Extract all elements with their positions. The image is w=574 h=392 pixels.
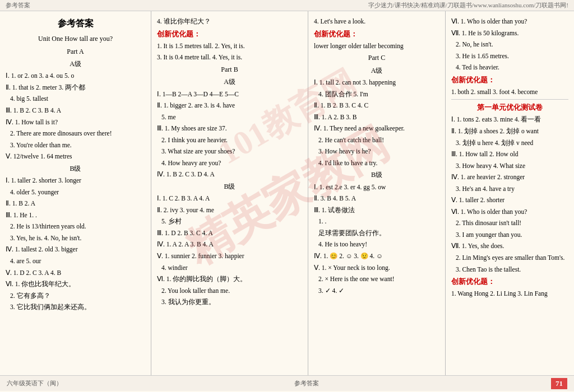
- levelA-title: A级: [6, 58, 145, 69]
- right-III: Ⅲ. 1. How tall 2. How old: [451, 149, 568, 160]
- mid-III-A4: 4. How heavy are you?: [157, 158, 302, 169]
- II-answer: Ⅱ. 1. that is 2. meter 3. 两个都: [6, 82, 145, 94]
- rmid-IV3: 3. How heavy is he?: [314, 146, 439, 157]
- right-creative-title: 创新优化题：: [451, 74, 568, 86]
- rmid-IV-B: Ⅳ. 1. 😊 2. ☺ 3. 😟 4. ☺: [314, 251, 439, 262]
- rmid-V-B: Ⅴ. 1. × Your neck is too long.: [314, 263, 439, 274]
- rmid-V-B3: 3. ✓ 4. ✓: [314, 286, 439, 297]
- rmid-creative-title: 创新优化题：: [314, 28, 439, 40]
- rmid-IV2: 2. He can't catch the ball!: [314, 135, 439, 146]
- right-V: Ⅴ. 1. taller 2. shorter: [451, 195, 568, 206]
- II-B-answer: Ⅱ. 1. B 2. A: [6, 198, 145, 209]
- rmid-c1: lower longer older taller becoming: [314, 41, 439, 52]
- rmid-I-B: Ⅰ. 1. est 2.e 3. er 4. gg 5. ow: [314, 182, 439, 193]
- col-right: Ⅵ. 1. Who is older than you? Ⅶ. 1. He is…: [446, 11, 574, 375]
- right-IV2: 3. He's an 4. have a try: [451, 184, 568, 195]
- mid-VI-B: Ⅵ. 1. 你的脚比我的（脚）大。: [157, 274, 302, 285]
- rmid-levelA: A级: [314, 65, 439, 76]
- mid-levelA: A级: [157, 76, 302, 87]
- rmid-III-B1: 1. .: [314, 216, 439, 227]
- VI-B-answer: Ⅵ. 1. 你也比我年纪大。: [6, 279, 145, 290]
- IV-B2-answer: 4. are 5. our: [6, 256, 145, 267]
- mid-IV-A: Ⅳ. 1. B 2. C 3. D 4. A: [157, 169, 302, 180]
- rmid-III: Ⅲ. 1. A 2. B 3. B: [314, 112, 439, 123]
- rmid-III-B3: 4. He is too heavy!: [314, 239, 439, 250]
- rmid-partC: Part C: [314, 52, 439, 63]
- unit-title: Unit One How tall are you?: [6, 33, 145, 44]
- top-bar: 参考答案 字少迷力/课书快决/精准鸡课/刀联题书/www.wanliansosh…: [0, 0, 574, 11]
- right-IV: Ⅳ. 1. are heavier 2. stronger: [451, 172, 568, 183]
- bottom-left-label: 六年级英语下（闽）: [7, 379, 62, 388]
- right-VII-r2: 2. Lin Ming's eyes are smaller than Tom'…: [451, 253, 568, 264]
- mid-III-A: Ⅲ. 1. My shoes are size 37.: [157, 123, 302, 134]
- mid-I-B: Ⅰ. 1. C 2. B 3. A 4. A: [157, 193, 302, 204]
- rmid-II-B: Ⅱ. 3. B 4. B 5. A: [314, 193, 439, 204]
- mid-V-B2: 4. windier: [157, 263, 302, 274]
- V-B-answer: Ⅴ. 1. D 2. C 3. A 4. B: [6, 268, 145, 279]
- mid-II-A: Ⅱ. 1. bigger 2. are 3. is 4. have: [157, 100, 302, 111]
- rmid-II: Ⅱ. 1. B 2. B 3. C 4. C: [314, 100, 439, 111]
- I-B-answer: Ⅰ. 1. taller 2. shorter 3. longer: [6, 175, 145, 186]
- right-II: Ⅱ. 1. 划掉 a shoes 2. 划掉 o want: [451, 126, 568, 137]
- divider1: [451, 99, 568, 100]
- page-number: 71: [551, 378, 567, 389]
- right-c2: 1. Wang Hong 2. Li Ling 3. Lin Fang: [451, 288, 568, 300]
- mid-II-B2: 5. 乡村: [157, 216, 302, 227]
- right-VI2: Ⅵ. 1. Who is older than you?: [451, 207, 568, 218]
- rmid-IV4: 4. I'd like to have a try.: [314, 158, 439, 169]
- III-B3-answer: 3. Yes, he is. 4. No, he isn't.: [6, 233, 145, 244]
- IV-B-answer: Ⅳ. 1. tallest 2. old 3. bigger: [6, 244, 145, 255]
- mid-c2: 3. It is 0.4 metre tall. 4. Yes, it is.: [157, 52, 302, 63]
- right-section-title: 第一单元优化测试卷: [451, 101, 568, 114]
- right-VII3: 3. He is 1.65 metres.: [451, 51, 568, 62]
- IV3-answer: 3. You're older than me.: [6, 140, 145, 151]
- mid-VI-B2: 2. You look taller than me.: [157, 286, 302, 297]
- rmid-q4: 4. Let's have a look.: [314, 16, 439, 27]
- mid-II-A2: 5. me: [157, 112, 302, 123]
- rmid-I2: 4. 团队合作 5. I'm: [314, 89, 439, 100]
- mid-III-A3: 3. What size are your shoes?: [157, 146, 302, 157]
- right-I: Ⅰ. 1. tons 2. eats 3. mine 4. 看一看: [451, 114, 568, 125]
- rmid-IV: Ⅳ. 1. They need a new goalkeeper.: [314, 123, 439, 134]
- III-answer: Ⅲ. 1. B 2. C 3. B 4. A: [6, 105, 145, 116]
- mid-III-B: Ⅲ. 1. D 2. B 3. C 4. A: [157, 228, 302, 239]
- top-right-label: 字少迷力/课书快决/精准鸡课/刀联题书/www.wanliansoshu.com…: [368, 1, 568, 10]
- page-title: 参考答案: [6, 16, 145, 31]
- mid-partB: Part B: [157, 64, 302, 75]
- mid-III-A2: 2. I think you are heavier.: [157, 135, 302, 146]
- rmid-III-B: Ⅲ. 1. 试卷做法: [314, 205, 439, 216]
- mid-q4: 4. 谁比你年纪大？: [157, 16, 302, 27]
- bottom-bar: 六年级英语下（闽） 参考答案 71: [0, 375, 574, 391]
- VI-B3-answer: 3. 它比我们俩加起来还高。: [6, 302, 145, 313]
- mid-c1: 1. It is 1.5 metres tall. 2. Yes, it is.: [157, 41, 302, 52]
- I-answer: Ⅰ. 1. or 2. on 3. a 4. ou 5. o: [6, 71, 145, 82]
- right-VII-r: Ⅶ. 1. Yes, she does.: [451, 241, 568, 252]
- II2-answer: 4. big 5. tallest: [6, 94, 145, 105]
- bottom-center-label: 参考答案: [294, 379, 319, 388]
- mid-VI-B3: 3. 我认为你更重。: [157, 297, 302, 308]
- rmid-III-B2: 足球需要团队合行作。: [314, 228, 439, 239]
- mid-IV-B: Ⅳ. 1. A 2. A 3. B 4. A: [157, 239, 302, 250]
- right-VII4: 4. Ted is heavier.: [451, 62, 568, 73]
- mid-II-B: Ⅱ. 2. ivy 3. your 4. me: [157, 205, 302, 216]
- col-left: 参考答案 Unit One How tall are you? Part A A…: [0, 11, 151, 375]
- top-left-label: 参考答案: [6, 1, 30, 10]
- mid-levelB2: B级: [157, 181, 302, 192]
- right-VI2a: 2. This dinosaur isn't tall!: [451, 218, 568, 229]
- V-answer: Ⅴ. 12/twelve 1. 64 metres: [6, 151, 145, 162]
- col-mid: 4. 谁比你年纪大？ 创新优化题： 1. It is 1.5 metres ta…: [151, 11, 308, 375]
- mid-creative-title: 创新优化题：: [157, 28, 302, 40]
- right-c1: 1. both 2. small 3. foot 4. become: [451, 87, 568, 98]
- right-III2: 3. How heavy 4. What size: [451, 161, 568, 172]
- III-B-answer: Ⅲ. 1. He 1. .: [6, 210, 145, 221]
- levelB-title: B级: [6, 163, 145, 174]
- partA-title: Part A: [6, 46, 145, 57]
- VI-B2-answer: 2. 它有多高？: [6, 291, 145, 302]
- rmid-V-B2: 2. × Here is the one we want!: [314, 274, 439, 285]
- right-VI3: 3. I am younger than you.: [451, 230, 568, 241]
- III-B2-answer: 2. He is 13/thirteen years old.: [6, 221, 145, 232]
- mid-V-B: Ⅴ. 1. sunnier 2. funnier 3. happier: [157, 251, 302, 262]
- page-container: 参考答案 字少迷力/课书快决/精准鸡课/刀联题书/www.wanliansosh…: [0, 0, 574, 392]
- rmid-levelB: B级: [314, 169, 439, 180]
- rmid-I: Ⅰ. 1. tall 2. can not 3. happening: [314, 77, 439, 88]
